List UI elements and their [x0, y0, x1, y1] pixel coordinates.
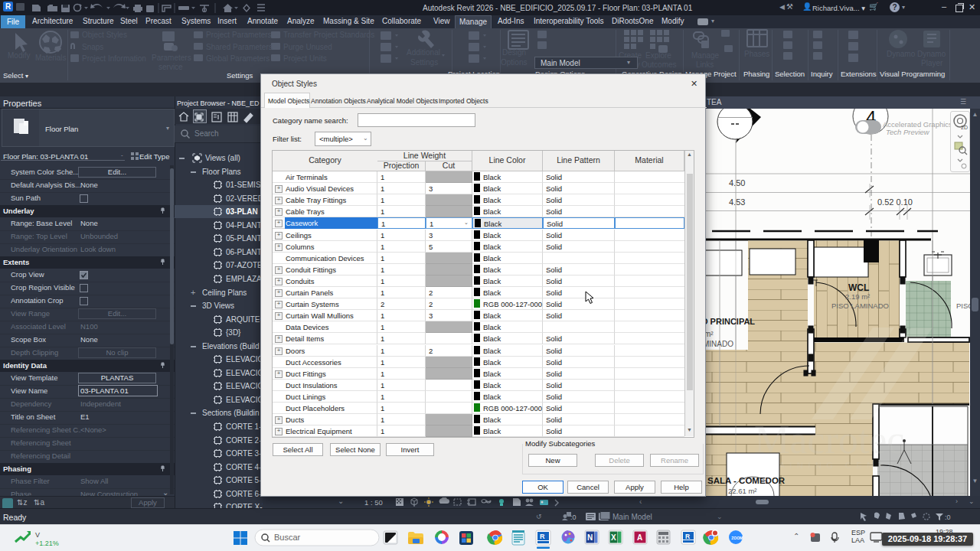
svg-text:4.50: 4.50 — [729, 178, 745, 187]
svg-text:2D: 2D — [961, 125, 968, 130]
svg-text:Tech Preview: Tech Preview — [886, 128, 930, 136]
svg-text:PISO LAMINADO: PISO LAMINADO — [831, 302, 889, 310]
svg-text::0: :0 — [570, 514, 577, 521]
svg-text:PISO: PISO — [956, 302, 970, 310]
svg-text:TRAINING CENTER: TRAINING CENTER — [758, 461, 910, 470]
svg-text:R: R — [685, 533, 690, 540]
svg-text::0: :0 — [945, 514, 951, 521]
svg-text:+1.21%: +1.21% — [35, 540, 59, 547]
svg-text:2.19 m²: 2.19 m² — [845, 292, 870, 301]
svg-text:X: X — [611, 533, 616, 542]
svg-text:22.61 m²: 22.61 m² — [728, 487, 757, 495]
svg-text:N: N — [587, 533, 593, 542]
svg-text:SALA - COMEDOR: SALA - COMEDOR — [707, 476, 786, 485]
svg-text:V: V — [35, 531, 40, 539]
svg-text:WCL: WCL — [848, 282, 869, 293]
svg-text:Buscar: Buscar — [274, 533, 301, 542]
svg-text:R: R — [540, 533, 545, 540]
svg-text:4.53: 4.53 — [729, 197, 745, 207]
svg-text:A: A — [637, 533, 642, 542]
svg-text:O PRINCIPAL: O PRINCIPAL — [701, 317, 755, 326]
svg-text:MINADO: MINADO — [703, 340, 733, 348]
svg-text:ZOOM: ZOOM — [731, 536, 743, 540]
